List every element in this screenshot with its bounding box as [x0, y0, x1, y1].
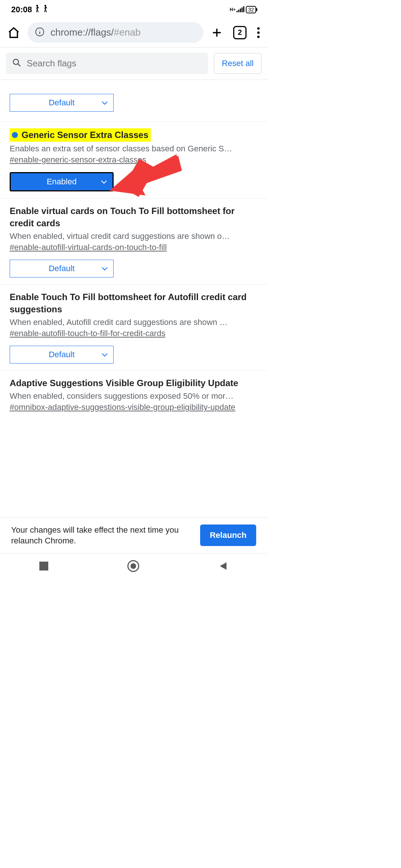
reset-all-button[interactable]: Reset all — [214, 53, 261, 74]
chevron-down-icon — [101, 177, 107, 187]
flag-item: Adaptive Suggestions Visible Group Eligi… — [0, 371, 267, 419]
signal-icon — [236, 5, 244, 14]
search-box[interactable] — [6, 53, 208, 74]
flag-select[interactable]: Default — [10, 346, 114, 364]
svg-point-0 — [36, 5, 38, 7]
relaunch-bar: Your changes will take effect the next t… — [0, 517, 267, 553]
svg-marker-22 — [220, 562, 226, 570]
svg-rect-5 — [242, 7, 243, 12]
svg-rect-3 — [238, 10, 239, 12]
back-button[interactable] — [218, 561, 228, 571]
flag-item: Default — [0, 80, 267, 122]
home-button[interactable] — [4, 23, 23, 42]
network-type: H+ — [230, 7, 236, 12]
chevron-down-icon — [101, 350, 108, 359]
svg-rect-4 — [240, 9, 241, 12]
browser-toolbar: chrome://flags/#enab 2 — [0, 18, 267, 47]
flag-title: Adaptive Suggestions Visible Group Eligi… — [10, 377, 258, 389]
tab-switcher-button[interactable]: 2 — [230, 23, 250, 42]
flag-item: Enable Touch To Fill bottomsheet for Aut… — [0, 285, 267, 371]
flag-anchor[interactable]: #enable-generic-sensor-extra-classes — [10, 155, 258, 165]
search-icon — [12, 58, 22, 69]
flag-description: Enables an extra set of sensor classes b… — [10, 144, 258, 154]
relaunch-button[interactable]: Relaunch — [200, 525, 256, 546]
status-bar: 20:08 H+ 32 — [0, 0, 267, 18]
flag-description: When enabled, virtual credit card sugges… — [10, 231, 258, 241]
recents-button[interactable] — [39, 562, 48, 571]
search-row: Reset all — [0, 47, 267, 79]
flag-anchor[interactable]: #enable-autofill-touch-to-fill-for-credi… — [10, 329, 258, 338]
clock: 20:08 — [11, 5, 32, 14]
chevron-down-icon — [101, 98, 108, 108]
svg-point-14 — [257, 36, 260, 38]
svg-point-13 — [257, 31, 260, 34]
home-button-system[interactable] — [127, 560, 139, 572]
flags-list: Default Generic Sensor Extra Classes Ena… — [0, 80, 267, 419]
svg-rect-6 — [243, 6, 244, 12]
url-bar[interactable]: chrome://flags/#enab — [27, 22, 203, 43]
new-tab-button[interactable] — [208, 24, 226, 42]
flag-select[interactable]: Default — [10, 260, 114, 277]
svg-point-15 — [13, 59, 19, 65]
flag-select[interactable]: Enabled — [10, 172, 114, 191]
flag-title: Generic Sensor Extra Classes — [10, 128, 151, 142]
info-icon — [35, 27, 45, 38]
modified-dot-icon — [12, 132, 18, 138]
flag-description: When enabled, considers suggestions expo… — [10, 391, 258, 401]
chevron-down-icon — [101, 264, 108, 273]
pedestrian-icon — [34, 4, 40, 15]
flag-anchor[interactable]: #omnibox-adaptive-suggestions-visible-gr… — [10, 402, 258, 412]
url-text: chrome://flags/#enab — [50, 27, 141, 38]
svg-line-16 — [18, 64, 20, 66]
flag-item: Enable virtual cards on Touch To Fill bo… — [0, 198, 267, 285]
search-input[interactable] — [27, 58, 202, 69]
battery-icon: 32 — [246, 6, 256, 13]
flag-item: Generic Sensor Extra Classes Enables an … — [0, 122, 267, 198]
menu-button[interactable] — [254, 24, 263, 41]
flag-description: When enabled, Autofill credit card sugge… — [10, 318, 258, 327]
flag-select[interactable]: Default — [10, 94, 114, 112]
system-nav-bar — [0, 553, 267, 579]
svg-point-1 — [45, 5, 46, 7]
pedestrian-icon — [42, 4, 48, 15]
relaunch-message: Your changes will take effect the next t… — [11, 525, 195, 546]
flag-title: Enable virtual cards on Touch To Fill bo… — [10, 205, 258, 229]
flag-title: Enable Touch To Fill bottomsheet for Aut… — [10, 291, 258, 315]
flag-anchor[interactable]: #enable-autofill-virtual-cards-on-touch-… — [10, 243, 258, 252]
svg-point-12 — [257, 27, 260, 30]
svg-rect-2 — [237, 11, 238, 12]
